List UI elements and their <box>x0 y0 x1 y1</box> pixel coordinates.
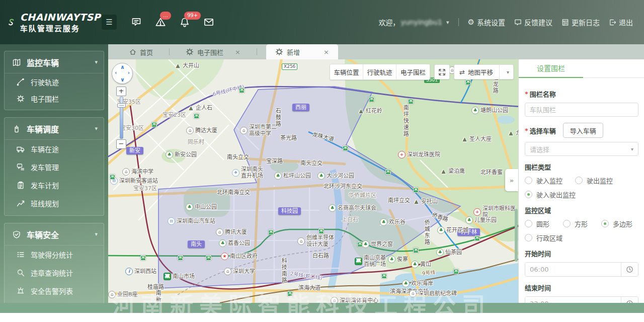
map-label: ♣塘朗山公园 <box>471 107 508 114</box>
monitor-area-radio[interactable]: 行政区域 <box>525 233 563 243</box>
tab-0[interactable]: 首页 <box>122 44 160 59</box>
score-icon <box>17 251 25 259</box>
fence-type-radio[interactable]: 驶入驶出监控 <box>525 190 576 199</box>
tab-2[interactable]: 新增× <box>266 44 338 59</box>
zoom-out-button[interactable]: − <box>116 139 126 149</box>
map-label: ⌂深圳市第二 高级中学 <box>240 124 277 137</box>
tab-set-fence[interactable]: 设置围栏 <box>519 59 583 78</box>
mtn-poi-icon: ▲ <box>188 105 194 111</box>
import-vehicles-button[interactable]: 导入车辆 <box>563 123 603 138</box>
sidebar-item-label: 发车管理 <box>31 162 59 172</box>
fence-type-radio[interactable]: 驶入监控 <box>525 176 575 185</box>
start-time-input[interactable] <box>525 263 621 276</box>
metro-station-marker: Ж <box>413 187 419 193</box>
sidebar-item-siren[interactable]: 安全告警列表 <box>5 282 104 300</box>
chevron-down-icon[interactable]: ▾ <box>95 125 98 132</box>
map-label: 宝安23区 <box>163 112 186 118</box>
map-label: 龙珠大道 <box>311 131 335 142</box>
system-settings-link[interactable]: ⚙系统设置 <box>468 17 505 27</box>
map-place-badge: 西丽 <box>292 104 309 111</box>
username: yunyingbu1 <box>400 18 442 26</box>
pan-mode-label: 地图平移 <box>468 67 493 77</box>
radio-dot <box>525 234 532 242</box>
bus-poi-icon: ⊟ <box>110 177 118 185</box>
map-pan-mode-button[interactable]: ⇄ 地图平移 ▾ <box>454 64 514 79</box>
map-label: X256 <box>282 63 297 70</box>
sidebar-toggle-button[interactable]: ☰ <box>102 15 117 30</box>
map-compass-control[interactable]: ∧∨ ‹› <box>112 63 133 84</box>
radio-label: 圆形 <box>536 219 549 228</box>
busm-icon <box>17 163 25 171</box>
vehicle-select[interactable]: 请选择 ▾ <box>525 142 638 156</box>
zoom-slider-track[interactable] <box>120 97 123 139</box>
fence-name-input[interactable] <box>525 103 638 117</box>
radio-label: 方形 <box>575 219 588 228</box>
radio-dot <box>575 177 583 184</box>
monitor-area-radio[interactable]: 圆形 <box>525 219 563 228</box>
map-label: ⌂深圳大学 <box>224 268 255 275</box>
sidebar-group-1[interactable]: 车辆调度▾ <box>5 118 104 140</box>
feedback-link[interactable]: 反馈建议 <box>514 17 552 27</box>
changelog-link[interactable]: 更新日志 <box>561 17 600 27</box>
map-canvas[interactable]: ▲大井山⌂留仙洞大厦⌂深圳实验学校X256S3016号线(环中线)宝安35区▲企… <box>108 59 518 303</box>
sidebar-item-search[interactable]: 违章查询统计 <box>5 264 104 282</box>
tree-poi-icon: ♣ <box>388 256 395 263</box>
tree-poi-icon: ♣ <box>166 151 173 158</box>
monitor-area-radio[interactable]: 多边形 <box>601 219 639 228</box>
chevron-down-icon[interactable]: ▾ <box>95 59 98 65</box>
radio-dot <box>525 177 532 184</box>
messages-icon[interactable] <box>131 17 142 28</box>
chevron-down-icon[interactable]: ▾ <box>95 231 98 237</box>
pan-mode-caret-icon[interactable]: ▾ <box>503 69 513 75</box>
sidebar-item-plan[interactable]: 发车计划 <box>5 176 104 194</box>
zoom-slider-thumb[interactable] <box>117 103 126 108</box>
map-label: ⌂腾达大厦 <box>186 127 217 134</box>
fence-type-radio[interactable]: 驶出监控 <box>575 176 625 185</box>
mtn-poi-icon: ▲ <box>413 198 420 205</box>
sidebar-item-trend[interactable]: 班线规划 <box>5 194 104 212</box>
sidebar-item-fence[interactable]: 电子围栏 <box>5 90 104 107</box>
sidebar-item-score[interactable]: 驾驶得分统计 <box>5 246 104 264</box>
sidebar-group-0[interactable]: 监控车辆▾ <box>5 51 104 73</box>
map-label: 南新 <box>154 290 161 303</box>
metro-station-marker: Ж <box>385 169 391 175</box>
sidebar-item-truck[interactable]: 车辆在途 <box>5 140 104 158</box>
close-icon[interactable]: × <box>235 48 240 56</box>
metro-station-marker: Ж <box>178 255 183 261</box>
panel-collapse-handle[interactable]: » <box>505 169 518 191</box>
tree-poi-icon: ♣ <box>274 172 282 180</box>
metro-station-marker: Ж <box>206 255 211 261</box>
map-label: ✈深圳南头 直升机场 <box>232 166 263 179</box>
map-toolbar-button-1[interactable]: 行驶轨迹 <box>363 64 396 79</box>
scrollbar-thumb[interactable] <box>515 209 518 262</box>
map-toolbar-button-2[interactable]: 电子围栏 <box>396 64 430 79</box>
radio-dot <box>525 191 532 198</box>
mail-icon[interactable] <box>203 17 214 28</box>
map-label: ⌂业园B座 <box>108 291 138 298</box>
monitor-area-radio[interactable]: 方形 <box>563 219 601 228</box>
start-time-clock-icon[interactable] <box>621 263 638 276</box>
fullscreen-button[interactable] <box>434 64 450 79</box>
sidebar-item-label: 车辆在途 <box>31 144 59 154</box>
alerts-icon[interactable]: … <box>155 17 166 28</box>
footer-bar <box>0 303 644 313</box>
map-label: 北环香蜜 <box>480 169 503 176</box>
sidebar-group-2[interactable]: 车辆安全▾ <box>5 223 104 246</box>
close-icon[interactable]: × <box>324 48 329 56</box>
metro-station-marker: Ж <box>408 99 414 104</box>
map-label: 滨海深湾立交桥 <box>390 288 429 295</box>
sidebar-item-route[interactable]: 行驶轨迹 <box>5 73 104 90</box>
notifications-bell-icon[interactable]: 99+ <box>179 17 190 28</box>
notification-badge: 99+ <box>184 12 201 20</box>
pan-up-icon: ∧ <box>120 64 125 70</box>
tab-1[interactable]: 电子围栏× <box>179 44 248 59</box>
info-poi-icon: i <box>125 268 133 275</box>
user-menu-caret-icon[interactable]: ▾ <box>446 19 449 26</box>
zoom-in-button[interactable]: + <box>116 87 126 96</box>
map-toolbar-button-0[interactable]: 车辆位置 <box>330 64 363 79</box>
map-label: 南坪快速路 <box>402 105 409 137</box>
logout-link[interactable]: 退出 <box>609 17 633 27</box>
sidebar-item-busm[interactable]: 发车管理 <box>5 158 104 176</box>
route-icon <box>17 78 25 86</box>
select-caret-icon: ▾ <box>631 146 633 152</box>
